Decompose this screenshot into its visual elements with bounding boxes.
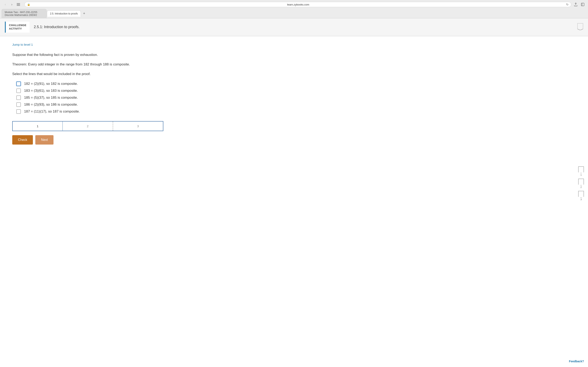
browser-toolbar: ‹ › 🔒 learn.zybooks.com ↻ <box>0 0 588 9</box>
svg-marker-4 <box>577 23 583 30</box>
share-button[interactable] <box>573 2 579 7</box>
level-bookmark-3[interactable] <box>578 191 584 198</box>
challenge-label: CHALLENGEACTIVITY <box>5 22 30 33</box>
level-num-3: 3 <box>580 198 582 201</box>
window-button[interactable] <box>580 2 586 7</box>
level-indicators: 1 2 3 <box>578 166 584 201</box>
theorem-text: Theorem: Every odd integer in the range … <box>12 62 172 67</box>
checkbox-label-3: 185 = (5)(37), so 185 is composite. <box>24 96 78 100</box>
action-buttons: Check Next <box>12 135 172 145</box>
forward-button[interactable]: › <box>9 2 15 7</box>
level-tab-2[interactable]: 2 <box>63 122 113 131</box>
svg-rect-0 <box>17 3 20 4</box>
challenge-activity-header: CHALLENGEACTIVITY 2.5.1: Introduction to… <box>0 18 588 36</box>
back-button[interactable]: ‹ <box>2 2 8 7</box>
next-button[interactable]: Next <box>35 135 53 145</box>
url-display: learn.zybooks.com <box>32 3 564 6</box>
list-item[interactable]: 185 = (5)(37), so 185 is composite. <box>16 95 172 100</box>
level-bookmark-2[interactable] <box>578 179 584 185</box>
level-num-2: 2 <box>580 186 582 188</box>
tab-module-two[interactable]: Module Two - MAT-230-J2255 Discrete Math… <box>2 9 47 18</box>
checkbox-label-2: 183 = (3)(61), so 183 is composite. <box>24 89 78 93</box>
svg-rect-2 <box>17 5 20 6</box>
level-tab-3[interactable]: 3 <box>113 122 163 131</box>
browser-tabs: Module Two - MAT-230-J2255 Discrete Math… <box>0 9 588 18</box>
level-tab-1[interactable]: 1 <box>13 122 63 131</box>
problem-text: Suppose that the following fact is prove… <box>12 52 172 58</box>
check-button[interactable]: Check <box>12 135 33 145</box>
tab2-label: 2.5. Introduction to proofs <box>50 12 78 15</box>
challenge-title: 2.5.1: Introduction to proofs. <box>34 25 79 29</box>
tab-introduction-proofs[interactable]: 2.5. Introduction to proofs <box>47 10 81 17</box>
checkbox-label-1: 182 = (2)(91), so 182 is composite. <box>24 82 78 86</box>
checkbox-1[interactable] <box>16 82 21 86</box>
svg-rect-3 <box>581 3 584 6</box>
level-indicator-2[interactable]: 2 <box>578 179 584 188</box>
level-num-1: 1 <box>580 174 582 176</box>
instruction-text: Select the lines that would be included … <box>12 71 172 77</box>
checkbox-label-4: 186 = (2)(93), so 186 is composite. <box>24 103 78 107</box>
main-content: Jump to level 1 Suppose that the followi… <box>0 36 184 151</box>
new-tab-button[interactable]: + <box>81 11 87 17</box>
list-item[interactable]: 187 = (11)(17), so 187 is composite. <box>16 109 172 114</box>
checkbox-4[interactable] <box>16 102 21 107</box>
checkbox-3[interactable] <box>16 95 21 100</box>
sidebar-toggle-button[interactable] <box>16 2 21 7</box>
list-item[interactable]: 186 = (2)(93), so 186 is composite. <box>16 102 172 107</box>
level-indicator-1[interactable]: 1 <box>578 166 584 176</box>
level-tabs: 1 2 3 <box>12 121 163 131</box>
bookmark-corner <box>577 23 583 31</box>
browser-chrome: ‹ › 🔒 learn.zybooks.com ↻ <box>0 0 588 18</box>
lock-icon: 🔒 <box>27 3 30 6</box>
checkbox-list: 182 = (2)(91), so 182 is composite. 183 … <box>16 82 172 114</box>
address-bar[interactable]: 🔒 learn.zybooks.com ↻ <box>25 2 571 7</box>
checkbox-2[interactable] <box>16 89 21 93</box>
reload-button[interactable]: ↻ <box>566 3 569 6</box>
list-item[interactable]: 183 = (3)(61), so 183 is composite. <box>16 89 172 93</box>
level-indicator-3[interactable]: 3 <box>578 191 584 201</box>
level-bookmark-1[interactable] <box>578 166 584 173</box>
checkbox-5[interactable] <box>16 109 21 114</box>
jump-to-level-link[interactable]: Jump to level 1 <box>12 43 172 46</box>
toolbar-actions <box>573 2 586 7</box>
page-content: CHALLENGEACTIVITY 2.5.1: Introduction to… <box>0 18 588 367</box>
feedback-button[interactable]: Feedback? <box>569 360 584 363</box>
svg-rect-1 <box>17 4 20 5</box>
nav-buttons: ‹ › <box>2 2 23 7</box>
tab1-label: Module Two - MAT-230-J2255 Discrete Math… <box>5 11 43 17</box>
checkbox-label-5: 187 = (11)(17), so 187 is composite. <box>24 109 80 114</box>
list-item[interactable]: 182 = (2)(91), so 182 is composite. <box>16 82 172 86</box>
